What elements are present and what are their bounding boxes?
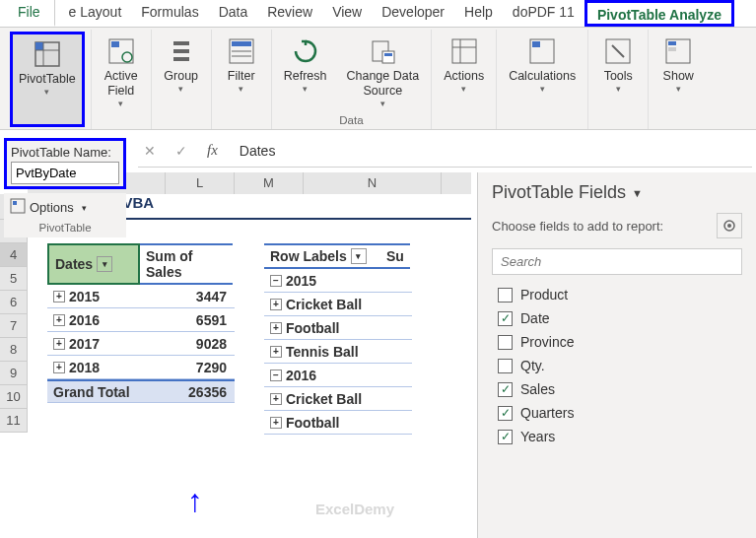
change-source-button[interactable]: Change Data Source ▾ [340, 32, 425, 112]
expand-icon[interactable]: − [270, 370, 282, 381]
tab-dopdf[interactable]: doPDF 11 [503, 0, 584, 27]
pivot1-col-sum[interactable]: Sum of Sales [140, 243, 233, 285]
expand-icon[interactable]: + [53, 362, 65, 373]
expand-icon[interactable]: + [270, 393, 282, 405]
checkbox[interactable] [498, 430, 513, 444]
expand-icon[interactable]: + [270, 417, 282, 429]
checkbox[interactable] [498, 311, 513, 326]
table-row[interactable]: +20166591 [47, 308, 235, 332]
expand-icon[interactable]: − [270, 275, 282, 287]
pivot1: Dates ▾ Sum of Sales +20153447+20166591+… [47, 243, 235, 435]
table-row[interactable]: +20153447 [47, 285, 235, 308]
chevron-down-icon[interactable]: ▼ [632, 187, 643, 199]
pivottable-name-input[interactable] [11, 162, 119, 184]
calculations-button[interactable]: Calculations ▾ [503, 32, 582, 127]
tab-data[interactable]: Data [209, 0, 258, 27]
show-icon [662, 35, 694, 67]
options-button[interactable]: Options ▾ [8, 195, 122, 220]
expand-icon[interactable]: + [53, 291, 65, 303]
svg-rect-5 [111, 41, 119, 47]
fx-label[interactable]: fx [201, 142, 224, 159]
table-row[interactable]: −2015 [264, 269, 412, 293]
field-item[interactable]: Province [492, 330, 742, 354]
refresh-button[interactable]: Refresh ▾ [278, 32, 333, 112]
filter-button[interactable]: Filter ▾ [218, 32, 265, 127]
field-item[interactable]: Quarters [492, 401, 742, 425]
svg-rect-1 [35, 42, 43, 50]
tab-pivottable-analyze[interactable]: PivotTable Analyze [584, 0, 734, 27]
pivottable-options-group: Options ▾ PivotTable [4, 193, 126, 237]
chevron-down-icon: ▾ [380, 99, 385, 108]
active-field-button[interactable]: Active Field ▾ [98, 32, 145, 127]
expand-icon[interactable]: + [53, 314, 65, 326]
dropdown-icon[interactable]: ▾ [351, 248, 367, 264]
col-header[interactable]: M [235, 172, 304, 194]
ribbon-tabs: File e Layout Formulas Data Review View … [0, 0, 756, 28]
table-row[interactable]: +Tennis Ball [264, 340, 412, 364]
checkbox[interactable] [498, 288, 513, 303]
field-item[interactable]: Product [492, 283, 742, 306]
chevron-down-icon: ▾ [303, 84, 308, 94]
tab-review[interactable]: Review [257, 0, 322, 27]
check-icon[interactable]: ✓ [170, 143, 193, 159]
formula-value[interactable]: Dates [232, 143, 276, 159]
row-header[interactable]: 5 [0, 267, 28, 291]
show-label: Show [663, 69, 694, 84]
pivottable-name-popup: PivotTable Name: [4, 138, 126, 189]
actions-button[interactable]: Actions ▾ [438, 32, 490, 127]
row-header[interactable]: 11 [0, 409, 28, 433]
tools-icon [602, 35, 634, 67]
tab-developer[interactable]: Developer [372, 0, 454, 27]
row-header[interactable]: 6 [0, 291, 28, 314]
field-label: Sales [520, 381, 555, 397]
svg-rect-15 [382, 51, 394, 63]
field-item[interactable]: Qty. [492, 354, 742, 377]
pivot2-col-rowlabels[interactable]: Row Labels ▾ [264, 243, 380, 269]
tab-view[interactable]: View [322, 0, 372, 27]
tools-button[interactable]: Tools ▾ [594, 32, 642, 127]
tab-file[interactable]: File [8, 0, 55, 27]
dropdown-icon[interactable]: ▾ [97, 256, 112, 272]
gear-icon[interactable] [717, 213, 742, 238]
tab-help[interactable]: Help [454, 0, 503, 27]
col-header[interactable]: N [304, 172, 442, 194]
table-row[interactable]: +Cricket Ball [264, 387, 412, 411]
table-row[interactable]: +Football [264, 411, 412, 435]
field-item[interactable]: Sales [492, 377, 742, 401]
pivot1-col-dates[interactable]: Dates ▾ [47, 243, 140, 285]
row-header[interactable]: 7 [0, 314, 28, 338]
col-header[interactable]: L [166, 172, 235, 194]
cancel-icon[interactable]: ✕ [138, 143, 162, 159]
expand-icon[interactable]: + [53, 338, 65, 350]
show-button[interactable]: Show ▾ [654, 32, 702, 127]
tab-layout[interactable]: e Layout [59, 0, 132, 27]
group-button[interactable]: Group ▾ [158, 32, 205, 127]
pivottable-button[interactable]: PivotTable ▾ [10, 32, 85, 127]
pivot1-grand-total[interactable]: Grand Total 26356 [47, 379, 235, 403]
filter-label: Filter [228, 69, 255, 84]
row-header[interactable]: 9 [0, 362, 28, 385]
data-group-label: Data [339, 112, 363, 128]
row-header[interactable]: 4 [0, 243, 28, 267]
expand-icon[interactable]: + [270, 322, 282, 334]
table-row[interactable]: +Cricket Ball [264, 293, 412, 316]
tab-formulas[interactable]: Formulas [131, 0, 208, 27]
svg-point-30 [727, 224, 731, 228]
table-row[interactable]: +20187290 [47, 356, 235, 379]
expand-icon[interactable]: + [270, 299, 282, 310]
fields-search-input[interactable] [492, 248, 742, 275]
field-item[interactable]: Years [492, 425, 742, 448]
field-item[interactable]: Date [492, 306, 742, 330]
table-row[interactable]: +Football [264, 316, 412, 340]
table-row[interactable]: −2016 [264, 364, 412, 387]
pivot2-col-sum[interactable]: Su [380, 243, 410, 269]
checkbox[interactable] [498, 359, 513, 373]
expand-icon[interactable]: + [270, 346, 282, 358]
checkbox[interactable] [498, 406, 513, 421]
table-row[interactable]: +20179028 [47, 332, 235, 356]
checkbox[interactable] [498, 382, 513, 397]
row-header[interactable]: 8 [0, 338, 28, 362]
checkbox[interactable] [498, 335, 513, 350]
row-header[interactable]: 10 [0, 385, 28, 409]
svg-rect-17 [452, 39, 476, 63]
